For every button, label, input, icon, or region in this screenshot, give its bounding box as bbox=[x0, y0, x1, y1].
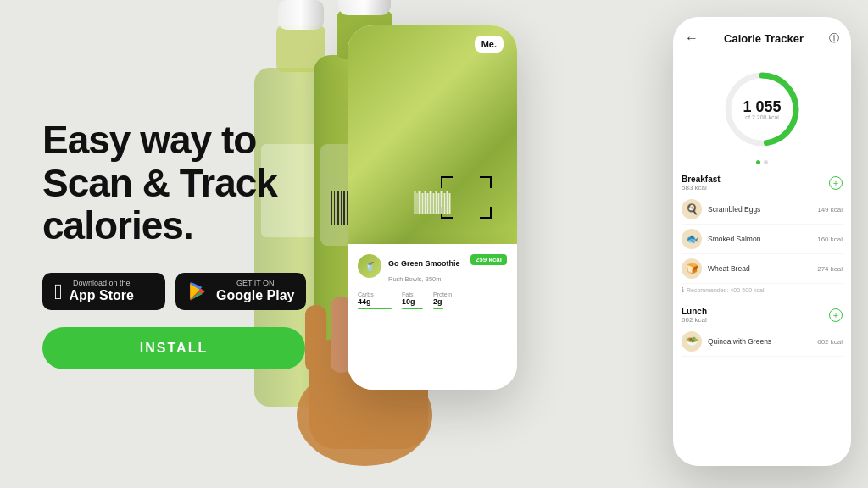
appstore-top-label: Download on the bbox=[70, 280, 134, 287]
kcal-badge: 259 kcal bbox=[470, 254, 507, 265]
phone-tracker: ← Calorie Tracker ⓘ 1 055 of 2 200 kcal bbox=[673, 17, 851, 466]
macro-carbs-bar bbox=[358, 308, 392, 309]
food-item-bread: 🍞 Wheat Bread 274 kcal bbox=[682, 254, 843, 284]
breakfast-name: Breakfast bbox=[682, 175, 721, 184]
back-arrow[interactable]: ← bbox=[685, 30, 698, 46]
headline-line1: Easy way to bbox=[42, 118, 256, 162]
macro-protein-bar bbox=[433, 308, 443, 309]
ring-center: 1 055 of 2 200 kcal bbox=[743, 99, 781, 120]
dot-2 bbox=[764, 160, 768, 164]
quinoa-icon: 🥗 bbox=[682, 331, 702, 352]
tracker-title: Calorie Tracker bbox=[724, 32, 804, 45]
lunch-kcal: 662 kcal bbox=[682, 316, 707, 324]
playstore-text: GET IT ON Google Play bbox=[216, 280, 294, 303]
lunch-header: Lunch 662 kcal + bbox=[682, 303, 843, 327]
playstore-top-label: GET IT ON bbox=[216, 280, 294, 287]
dot-indicators bbox=[673, 160, 851, 164]
scanner-photo-area: Me. bbox=[348, 25, 517, 244]
scanner-food-card: 🥤 Go Green Smoothie Rush Bowls, 350ml 25… bbox=[348, 244, 517, 390]
phone-scanner: Me. bbox=[348, 25, 517, 390]
phone-scanner-inner: Me. bbox=[348, 25, 517, 390]
headline-line2: Scan & Track bbox=[42, 161, 277, 205]
bread-icon: 🍞 bbox=[682, 258, 702, 279]
barcode bbox=[415, 191, 451, 214]
macro-protein-label: Protein bbox=[433, 291, 452, 297]
corner-tr bbox=[480, 176, 492, 188]
breakfast-kcal: 583 kcal bbox=[682, 184, 721, 191]
breakfast-header: Breakfast 583 kcal + bbox=[682, 171, 843, 195]
meal-breakfast: Breakfast 583 kcal + 🍳 Scrambled Eggs 14… bbox=[682, 171, 843, 297]
salmon-icon: 🐟 bbox=[682, 229, 702, 249]
left-content: Easy way to Scan & Track calories.  Dow… bbox=[42, 119, 356, 369]
playstore-main-label: Google Play bbox=[216, 287, 294, 303]
salmon-name: Smoked Salmon bbox=[708, 235, 817, 243]
food-info: Go Green Smoothie Rush Bowls, 350ml bbox=[388, 254, 470, 285]
info-icon[interactable]: ⓘ bbox=[829, 31, 839, 46]
appstore-main-label: App Store bbox=[70, 287, 134, 303]
food-icon: 🥤 bbox=[358, 254, 381, 278]
calories-value: 1 055 bbox=[743, 99, 781, 114]
bread-name: Wheat Bread bbox=[708, 264, 817, 273]
macro-protein-value: 2g bbox=[433, 297, 452, 306]
corner-br bbox=[480, 207, 492, 219]
headline: Easy way to Scan & Track calories. bbox=[42, 119, 356, 247]
lunch-add-button[interactable]: + bbox=[829, 308, 843, 322]
macro-fats-label: Fats bbox=[402, 291, 423, 297]
food-name: Go Green Smoothie bbox=[388, 259, 460, 268]
breakfast-add-button[interactable]: + bbox=[829, 176, 843, 190]
macro-fats: Fats 10g bbox=[402, 291, 423, 309]
appstore-text: Download on the App Store bbox=[70, 280, 134, 303]
svg-rect-7 bbox=[338, 0, 391, 15]
macro-fats-value: 10g bbox=[402, 297, 423, 306]
macro-carbs-value: 44g bbox=[358, 297, 392, 306]
calorie-ring: 1 055 of 2 200 kcal bbox=[720, 67, 804, 152]
tracker-list: Breakfast 583 kcal + 🍳 Scrambled Eggs 14… bbox=[673, 171, 851, 363]
eggs-icon: 🍳 bbox=[682, 199, 702, 219]
svg-rect-3 bbox=[278, 0, 324, 30]
appstore-button[interactable]:  Download on the App Store bbox=[42, 273, 165, 310]
food-sub: Rush Bowls, 350ml bbox=[388, 275, 442, 283]
macro-protein: Protein 2g bbox=[433, 291, 452, 309]
breakfast-info: Breakfast 583 kcal bbox=[682, 175, 721, 191]
macros-row: Carbs 44g Fats 10g Protein 2g bbox=[358, 291, 507, 309]
bread-kcal: 274 kcal bbox=[817, 265, 843, 273]
eggs-kcal: 149 kcal bbox=[817, 206, 843, 214]
macro-carbs-label: Carbs bbox=[358, 291, 392, 297]
apple-icon:  bbox=[54, 280, 63, 302]
quinoa-name: Quinoa with Greens bbox=[708, 337, 817, 346]
corner-tl bbox=[441, 176, 453, 188]
lunch-info: Lunch 662 kcal bbox=[682, 307, 707, 324]
store-buttons:  Download on the App Store GET IT ON Go… bbox=[42, 273, 356, 310]
play-store-icon bbox=[187, 280, 209, 302]
quinoa-kcal: 662 kcal bbox=[817, 338, 843, 346]
tracker-header: ← Calorie Tracker ⓘ bbox=[673, 17, 851, 53]
lunch-name: Lunch bbox=[682, 307, 707, 316]
headline-line3: calories. bbox=[42, 203, 193, 247]
food-item-salmon: 🐟 Smoked Salmon 160 kcal bbox=[682, 225, 843, 254]
scanner-card-header: 🥤 Go Green Smoothie Rush Bowls, 350ml 25… bbox=[358, 254, 507, 285]
macro-fats-bar bbox=[402, 308, 423, 309]
app-logo: Me. bbox=[475, 36, 504, 53]
meal-lunch: Lunch 662 kcal + 🥗 Quinoa with Greens 66… bbox=[682, 303, 843, 357]
dot-1 bbox=[756, 160, 760, 164]
salmon-kcal: 160 kcal bbox=[817, 236, 843, 243]
recommended-note: Recommended: 400-500 kcal bbox=[682, 284, 843, 297]
food-item-quinoa: 🥗 Quinoa with Greens 662 kcal bbox=[682, 327, 843, 357]
install-button[interactable]: INSTALL bbox=[42, 327, 305, 369]
playstore-button[interactable]: GET IT ON Google Play bbox=[175, 273, 306, 310]
calories-total: of 2 200 kcal bbox=[743, 114, 781, 120]
macro-carbs: Carbs 44g bbox=[358, 291, 392, 309]
eggs-name: Scrambled Eggs bbox=[708, 205, 817, 214]
food-item-eggs: 🍳 Scrambled Eggs 149 kcal bbox=[682, 195, 843, 225]
calorie-ring-area: 1 055 of 2 200 kcal bbox=[673, 53, 851, 160]
main-container: Easy way to Scan & Track calories.  Dow… bbox=[0, 0, 868, 488]
